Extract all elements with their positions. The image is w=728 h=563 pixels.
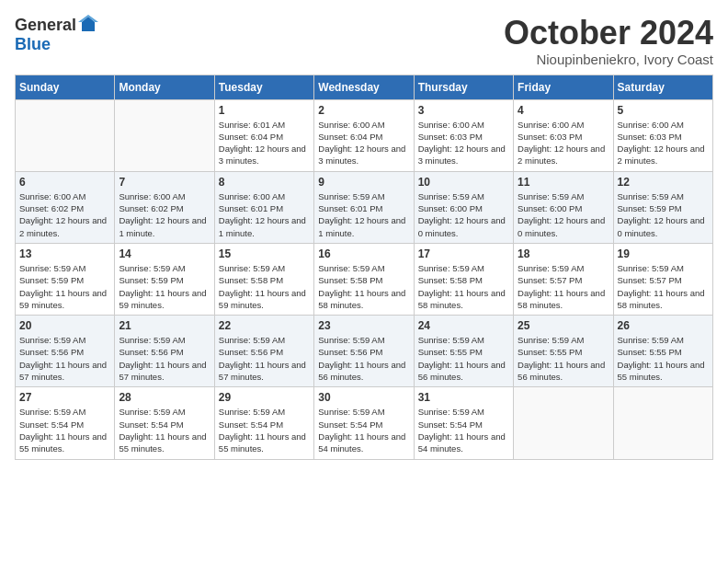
day-number: 24 [418,319,509,332]
location-text: Nioupinbeniekro, Ivory Coast [504,52,713,67]
logo-icon [78,15,98,35]
day-info: Sunrise: 5:59 AM Sunset: 5:54 PM Dayligh… [418,406,509,454]
day-number: 7 [119,176,210,189]
calendar-header-row: SundayMondayTuesdayWednesdayThursdayFrid… [16,75,713,99]
calendar-day-cell: 4Sunrise: 6:00 AM Sunset: 6:03 PM Daylig… [514,99,613,171]
calendar-day-cell: 16Sunrise: 5:59 AM Sunset: 5:58 PM Dayli… [314,243,414,315]
calendar-week-row: 27Sunrise: 5:59 AM Sunset: 5:54 PM Dayli… [16,387,713,459]
day-info: Sunrise: 5:59 AM Sunset: 5:54 PM Dayligh… [219,406,310,454]
day-number: 3 [418,104,509,117]
day-number: 2 [318,104,409,117]
calendar-day-cell: 27Sunrise: 5:59 AM Sunset: 5:54 PM Dayli… [16,387,115,459]
calendar-day-cell: 13Sunrise: 5:59 AM Sunset: 5:59 PM Dayli… [16,243,115,315]
day-info: Sunrise: 5:59 AM Sunset: 5:55 PM Dayligh… [618,334,709,383]
calendar-day-cell: 8Sunrise: 6:00 AM Sunset: 6:01 PM Daylig… [214,171,313,243]
day-info: Sunrise: 6:00 AM Sunset: 6:03 PM Dayligh… [418,119,509,167]
month-title: October 2024 [504,15,713,52]
weekday-header: Wednesday [314,75,414,99]
day-info: Sunrise: 5:59 AM Sunset: 5:56 PM Dayligh… [19,334,110,383]
day-number: 13 [19,247,110,260]
weekday-header: Tuesday [214,75,313,99]
day-number: 18 [518,247,609,260]
day-number: 28 [119,391,210,404]
day-info: Sunrise: 5:59 AM Sunset: 5:59 PM Dayligh… [19,262,110,311]
day-number: 6 [19,176,110,189]
day-info: Sunrise: 6:01 AM Sunset: 6:04 PM Dayligh… [219,119,310,167]
day-number: 27 [19,391,110,404]
calendar-day-cell: 22Sunrise: 5:59 AM Sunset: 5:56 PM Dayli… [214,316,313,387]
calendar-week-row: 6Sunrise: 6:00 AM Sunset: 6:02 PM Daylig… [16,171,713,243]
day-number: 20 [19,319,110,332]
logo: General Blue [15,15,98,54]
calendar-day-cell: 12Sunrise: 5:59 AM Sunset: 5:59 PM Dayli… [613,171,712,243]
logo-general-text: General [15,16,76,35]
day-info: Sunrise: 6:00 AM Sunset: 6:03 PM Dayligh… [518,119,609,167]
calendar-day-cell: 7Sunrise: 6:00 AM Sunset: 6:02 PM Daylig… [115,171,214,243]
day-info: Sunrise: 5:59 AM Sunset: 5:59 PM Dayligh… [618,190,709,239]
calendar-day-cell: 2Sunrise: 6:00 AM Sunset: 6:04 PM Daylig… [314,99,414,171]
day-number: 14 [119,247,210,260]
day-info: Sunrise: 5:59 AM Sunset: 5:58 PM Dayligh… [219,262,310,311]
calendar-day-cell: 31Sunrise: 5:59 AM Sunset: 5:54 PM Dayli… [414,387,513,459]
day-number: 1 [219,104,310,117]
day-info: Sunrise: 5:59 AM Sunset: 6:01 PM Dayligh… [318,190,409,239]
day-number: 31 [418,391,509,404]
calendar-day-cell [613,387,712,459]
day-info: Sunrise: 5:59 AM Sunset: 5:55 PM Dayligh… [418,334,509,383]
day-info: Sunrise: 5:59 AM Sunset: 5:56 PM Dayligh… [318,334,409,383]
calendar-day-cell: 11Sunrise: 5:59 AM Sunset: 6:00 PM Dayli… [514,171,613,243]
calendar-day-cell: 28Sunrise: 5:59 AM Sunset: 5:54 PM Dayli… [115,387,214,459]
weekday-header: Monday [115,75,214,99]
calendar-day-cell: 17Sunrise: 5:59 AM Sunset: 5:58 PM Dayli… [414,243,513,315]
title-section: October 2024 Nioupinbeniekro, Ivory Coas… [504,15,713,67]
weekday-header: Friday [514,75,613,99]
calendar-day-cell [115,99,214,171]
day-info: Sunrise: 5:59 AM Sunset: 5:58 PM Dayligh… [318,262,409,311]
day-info: Sunrise: 5:59 AM Sunset: 5:56 PM Dayligh… [119,334,210,383]
day-number: 4 [518,104,609,117]
day-info: Sunrise: 6:00 AM Sunset: 6:02 PM Dayligh… [119,190,210,239]
calendar-day-cell: 10Sunrise: 5:59 AM Sunset: 6:00 PM Dayli… [414,171,513,243]
page-header: General Blue October 2024 Nioupinbeniekr… [15,15,713,67]
day-info: Sunrise: 5:59 AM Sunset: 5:58 PM Dayligh… [418,262,509,311]
day-number: 9 [318,176,409,189]
calendar-week-row: 20Sunrise: 5:59 AM Sunset: 5:56 PM Dayli… [16,316,713,387]
calendar-day-cell: 26Sunrise: 5:59 AM Sunset: 5:55 PM Dayli… [613,316,712,387]
calendar-day-cell: 30Sunrise: 5:59 AM Sunset: 5:54 PM Dayli… [314,387,414,459]
day-info: Sunrise: 5:59 AM Sunset: 5:54 PM Dayligh… [19,406,110,454]
calendar-day-cell: 19Sunrise: 5:59 AM Sunset: 5:57 PM Dayli… [613,243,712,315]
day-number: 5 [618,104,709,117]
day-info: Sunrise: 5:59 AM Sunset: 5:57 PM Dayligh… [518,262,609,311]
calendar-day-cell: 1Sunrise: 6:01 AM Sunset: 6:04 PM Daylig… [214,99,313,171]
calendar-day-cell: 23Sunrise: 5:59 AM Sunset: 5:56 PM Dayli… [314,316,414,387]
calendar-day-cell: 24Sunrise: 5:59 AM Sunset: 5:55 PM Dayli… [414,316,513,387]
day-info: Sunrise: 6:00 AM Sunset: 6:01 PM Dayligh… [219,190,310,239]
day-info: Sunrise: 5:59 AM Sunset: 6:00 PM Dayligh… [518,190,609,239]
calendar-table: SundayMondayTuesdayWednesdayThursdayFrid… [15,75,713,460]
day-info: Sunrise: 5:59 AM Sunset: 6:00 PM Dayligh… [418,190,509,239]
calendar-day-cell: 14Sunrise: 5:59 AM Sunset: 5:59 PM Dayli… [115,243,214,315]
logo-blue-text: Blue [15,35,51,54]
day-number: 12 [618,176,709,189]
day-number: 17 [418,247,509,260]
day-number: 19 [618,247,709,260]
day-info: Sunrise: 6:00 AM Sunset: 6:03 PM Dayligh… [618,119,709,167]
day-info: Sunrise: 5:59 AM Sunset: 5:59 PM Dayligh… [119,262,210,311]
day-number: 23 [318,319,409,332]
calendar-day-cell: 5Sunrise: 6:00 AM Sunset: 6:03 PM Daylig… [613,99,712,171]
day-info: Sunrise: 5:59 AM Sunset: 5:55 PM Dayligh… [518,334,609,383]
day-info: Sunrise: 6:00 AM Sunset: 6:02 PM Dayligh… [19,190,110,239]
calendar-day-cell: 29Sunrise: 5:59 AM Sunset: 5:54 PM Dayli… [214,387,313,459]
calendar-week-row: 13Sunrise: 5:59 AM Sunset: 5:59 PM Dayli… [16,243,713,315]
weekday-header: Thursday [414,75,513,99]
day-number: 30 [318,391,409,404]
day-info: Sunrise: 6:00 AM Sunset: 6:04 PM Dayligh… [318,119,409,167]
calendar-day-cell: 3Sunrise: 6:00 AM Sunset: 6:03 PM Daylig… [414,99,513,171]
day-info: Sunrise: 5:59 AM Sunset: 5:56 PM Dayligh… [219,334,310,383]
calendar-day-cell: 21Sunrise: 5:59 AM Sunset: 5:56 PM Dayli… [115,316,214,387]
day-number: 16 [318,247,409,260]
day-number: 21 [119,319,210,332]
day-number: 15 [219,247,310,260]
day-number: 22 [219,319,310,332]
calendar-day-cell: 15Sunrise: 5:59 AM Sunset: 5:58 PM Dayli… [214,243,313,315]
